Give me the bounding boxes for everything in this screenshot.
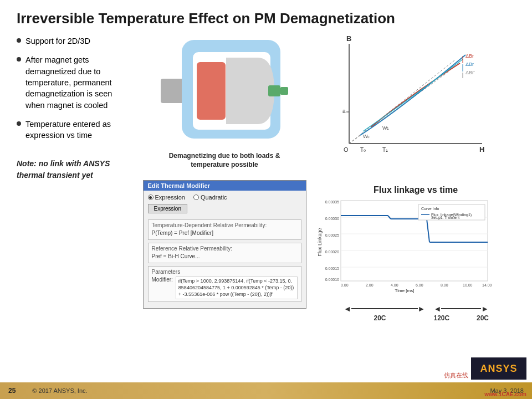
dialog-content: Expression Quadratic Expression Temperat…	[144, 191, 306, 308]
ansys-logo-area: ANSYS	[471, 357, 526, 380]
svg-text:ΔBr: ΔBr	[466, 53, 474, 59]
footer-bar: 25 © 2017 ANSYS, Inc. May 3, 2018	[0, 382, 532, 399]
svg-text:4.00: 4.00	[391, 283, 398, 287]
modifier-row: Modifier: if(Temp > 1000, 2.993875144, i…	[152, 277, 298, 299]
svg-line-15	[349, 60, 454, 144]
temp-label-20c-right: 20C	[467, 314, 489, 322]
svg-text:0.00015: 0.00015	[325, 267, 339, 270]
radio-quadratic[interactable]: Quadratic	[193, 194, 227, 201]
svg-text:T₁: T₁	[382, 147, 388, 153]
bullet-1-text: Support for 2D/3D	[25, 35, 90, 47]
svg-text:Flux Linkage: Flux Linkage	[317, 228, 323, 257]
svg-text:0.00: 0.00	[341, 283, 349, 287]
radio-expression[interactable]: Expression	[148, 194, 185, 201]
content-area: Support for 2D/3D After magnet gets dema…	[0, 33, 532, 371]
bh-diagram: B H O T₀ T₁ W₀ W₁	[316, 33, 515, 182]
website-url: www.1CAE.com	[484, 391, 526, 397]
right-column: B H O T₀ T₁ W₀ W₁	[310, 33, 521, 371]
section2-title: Reference Relative Permeability:	[152, 245, 298, 252]
svg-text:B: B	[346, 34, 351, 43]
page-number: 25	[8, 387, 16, 395]
bullet-dot	[17, 57, 21, 62]
svg-text:0.00010: 0.00010	[325, 278, 339, 282]
radio-quadratic-circle	[193, 195, 199, 200]
radio-expression-label: Expression	[155, 194, 185, 201]
motor-caption: Demagnetizing due to both loads & temper…	[163, 152, 285, 169]
footer-copyright: © 2017 ANSYS, Inc.	[32, 387, 490, 394]
svg-text:14.00: 14.00	[482, 283, 492, 287]
svg-text:W₁: W₁	[382, 125, 390, 131]
chart-title: Flux linkage vs time	[316, 185, 515, 195]
ansys-logo-text: ANSYS	[480, 363, 517, 375]
bullet-dot	[17, 121, 21, 126]
bullet-2-text: After magnet gets demagnetized due to te…	[25, 54, 133, 110]
bullet-2: After magnet gets demagnetized due to te…	[17, 54, 133, 110]
section-permeability: Temperature-Dependent Relative Permeabil…	[148, 219, 301, 240]
svg-text:0.00025: 0.00025	[325, 233, 339, 237]
section-params: Parameters Modifier: if(Temp > 1000, 2.9…	[148, 266, 301, 302]
modifier-label: Modifier:	[152, 277, 173, 283]
params-title: Parameters	[152, 269, 298, 275]
section2-formula: Pref = Bi-H Curve...	[152, 253, 298, 259]
section-reference: Reference Relative Permeability: Pref = …	[148, 243, 301, 263]
svg-text:Curve Info: Curve Info	[421, 207, 439, 211]
svg-rect-5	[280, 87, 288, 95]
svg-text:Setup1: Transient: Setup1: Transient	[431, 216, 459, 220]
svg-text:6.00: 6.00	[416, 283, 423, 287]
section1-title: Temperature-Dependent Relative Permeabil…	[152, 222, 298, 228]
chart-section: Flux linkage vs time Flux Linkage 0.0003…	[316, 182, 515, 371]
svg-text:W₀: W₀	[363, 134, 370, 139]
radio-group: Expression Quadratic	[148, 194, 301, 201]
bullet-dot	[17, 38, 21, 43]
radio-expression-circle	[148, 195, 154, 200]
svg-text:a: a	[342, 108, 346, 114]
svg-text:10.00: 10.00	[463, 283, 473, 287]
temp-label-20c-left: 20C	[344, 314, 416, 322]
svg-text:ΔBr: ΔBr	[466, 62, 474, 67]
middle-column: Demagnetizing due to both loads & temper…	[139, 33, 310, 371]
svg-text:T₀: T₀	[360, 147, 366, 153]
svg-text:O: O	[344, 146, 349, 153]
expression-tab[interactable]: Expression	[148, 204, 187, 213]
modifier-value-field[interactable]: if(Temp > 1000, 2.993875144, if(Temp < -…	[176, 277, 298, 299]
svg-text:0.00030: 0.00030	[325, 217, 339, 221]
svg-text:H: H	[479, 145, 484, 154]
arrow-left-cap: ◄	[344, 304, 351, 313]
svg-rect-3	[197, 62, 226, 120]
motor-illustration	[161, 35, 288, 146]
temp-label-120c: 120C	[416, 314, 467, 322]
thermal-modifier-dialog: Edit Thermal Modifier Expression Quadrat…	[143, 180, 306, 309]
svg-text:2.00: 2.00	[366, 283, 374, 287]
arrow-right-cap: ►	[418, 304, 426, 313]
bullet-1: Support for 2D/3D	[17, 35, 133, 47]
svg-text:8.00: 8.00	[441, 283, 448, 287]
section1-formula: P(Temp) = Pref [Modifier]	[152, 230, 298, 236]
svg-rect-4	[268, 85, 280, 96]
chart-container: Flux Linkage 0.00035 0.00030 0.00025 0.0…	[316, 198, 515, 303]
dialog-title: Edit Thermal Modifier	[144, 181, 306, 191]
note-text: Note: no link with ANSYS thermal transie…	[17, 158, 133, 181]
arrow-right-cap2: ►	[481, 304, 489, 313]
bullet-3-text: Temperature entered as expression vs tim…	[25, 119, 133, 141]
arrow-left-cap2: ◄	[433, 304, 441, 313]
chinese-watermark: 仿真在线	[444, 371, 468, 380]
svg-text:0.00020: 0.00020	[325, 250, 339, 254]
svg-text:0.00035: 0.00035	[325, 200, 339, 204]
bullet-list: Support for 2D/3D After magnet gets dema…	[17, 35, 133, 141]
svg-text:ΔBr': ΔBr'	[466, 70, 475, 75]
svg-text:Time [ms]: Time [ms]	[395, 288, 415, 293]
radio-quadratic-label: Quadratic	[201, 194, 227, 201]
left-column: Support for 2D/3D After magnet gets dema…	[11, 33, 139, 371]
slide-title: Irreversible Temperature Effect on PM De…	[0, 0, 532, 33]
bullet-3: Temperature entered as expression vs tim…	[17, 119, 133, 141]
